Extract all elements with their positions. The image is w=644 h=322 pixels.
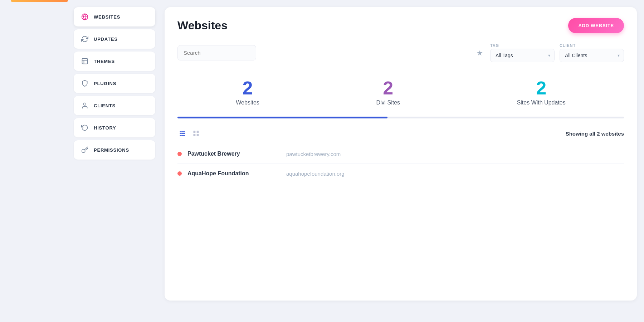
stat-websites-number: 2 xyxy=(243,79,253,97)
client-select-wrapper: All Clients xyxy=(560,49,624,62)
svg-rect-6 xyxy=(180,131,181,132)
main-content: Websites ADD WEBSITE ★ TAG All Tags CLIE… xyxy=(161,0,644,322)
svg-rect-2 xyxy=(82,59,88,64)
user-icon xyxy=(81,102,89,109)
sidebar-item-plugins-label: PLUGINS xyxy=(94,81,116,86)
sidebar-item-plugins[interactable]: PLUGINS xyxy=(74,74,155,93)
website-name: Pawtucket Brewery xyxy=(187,151,280,157)
content-card: Websites ADD WEBSITE ★ TAG All Tags CLIE… xyxy=(165,7,637,301)
tag-select-wrapper: All Tags xyxy=(490,49,555,62)
list-header: Showing all 2 websites xyxy=(177,128,624,138)
refresh-icon xyxy=(81,35,89,43)
page-title: Websites xyxy=(177,19,228,32)
sidebar-item-clients-label: CLIENTS xyxy=(94,103,116,108)
sidebar-item-clients[interactable]: CLIENTS xyxy=(74,96,155,115)
key-icon xyxy=(81,146,89,154)
sidebar-item-websites-label: WEBSITES xyxy=(94,14,120,20)
view-toggles xyxy=(177,128,201,138)
stat-websites-label: Websites xyxy=(236,99,259,106)
favorites-button[interactable]: ★ xyxy=(474,47,485,59)
status-dot xyxy=(177,152,182,156)
stat-updates-label: Sites With Updates xyxy=(517,99,566,106)
stat-divi-number: 2 xyxy=(383,79,393,97)
tag-label: TAG xyxy=(490,43,555,48)
shield-icon xyxy=(81,79,89,87)
sidebar-item-permissions[interactable]: PERMISSIONS xyxy=(74,140,155,160)
page-header: Websites ADD WEBSITE xyxy=(177,18,624,33)
website-name: AquaHope Foundation xyxy=(187,170,280,177)
layout-icon xyxy=(81,57,89,65)
svg-rect-12 xyxy=(194,131,196,133)
top-accent-bar xyxy=(11,0,68,2)
list-view-button[interactable] xyxy=(177,128,187,138)
add-website-button[interactable]: ADD WEBSITE xyxy=(568,18,624,33)
globe-icon xyxy=(81,13,89,21)
sidebar-item-updates[interactable]: UPDATES xyxy=(74,29,155,49)
website-url: aquahopefoundation.org xyxy=(286,171,345,177)
stat-updates-number: 2 xyxy=(536,79,546,97)
svg-rect-9 xyxy=(181,133,185,134)
svg-rect-8 xyxy=(180,133,181,134)
sidebar-item-themes-label: THEMES xyxy=(94,59,115,64)
stat-sites-with-updates: 2 Sites With Updates xyxy=(517,79,566,106)
progress-bar-fill xyxy=(177,117,387,118)
sidebar-item-history[interactable]: HISTORY xyxy=(74,118,155,137)
client-label: CLIENT xyxy=(560,43,624,48)
svg-rect-14 xyxy=(194,134,196,136)
table-row[interactable]: Pawtucket Brewery pawtucketbrewery.com xyxy=(177,144,624,164)
search-input[interactable] xyxy=(177,45,256,60)
stats-row: 2 Websites 2 Divi Sites 2 Sites With Upd… xyxy=(177,75,624,117)
stat-divi-sites: 2 Divi Sites xyxy=(376,79,400,106)
sidebar-item-permissions-label: PERMISSIONS xyxy=(94,147,129,153)
filter-row: ★ TAG All Tags CLIENT All Clients xyxy=(177,43,624,62)
tag-filter-group: TAG All Tags xyxy=(490,43,555,62)
sidebar-item-themes[interactable]: THEMES xyxy=(74,52,155,71)
svg-rect-13 xyxy=(197,131,199,133)
stat-divi-label: Divi Sites xyxy=(376,99,400,106)
tag-select[interactable]: All Tags xyxy=(490,49,555,62)
client-filter-group: CLIENT All Clients xyxy=(560,43,624,62)
sidebar-item-updates-label: UPDATES xyxy=(94,36,118,42)
history-icon xyxy=(81,124,89,132)
svg-rect-10 xyxy=(180,135,181,136)
status-dot xyxy=(177,171,182,176)
showing-label: Showing all 2 websites xyxy=(566,131,624,137)
svg-rect-15 xyxy=(197,134,199,136)
website-list: Pawtucket Brewery pawtucketbrewery.com A… xyxy=(177,144,624,183)
progress-bar xyxy=(177,117,624,118)
stat-websites: 2 Websites xyxy=(236,79,259,106)
sidebar: WEBSITES UPDATES THEMES PLUGINS xyxy=(68,0,161,322)
svg-rect-7 xyxy=(181,131,185,132)
table-row[interactable]: AquaHope Foundation aquahopefoundation.o… xyxy=(177,164,624,183)
sidebar-item-history-label: HISTORY xyxy=(94,125,116,131)
client-select[interactable]: All Clients xyxy=(560,49,624,62)
website-url: pawtucketbrewery.com xyxy=(286,151,341,157)
sidebar-item-websites[interactable]: WEBSITES xyxy=(74,7,155,26)
grid-view-button[interactable] xyxy=(191,128,201,138)
svg-rect-11 xyxy=(181,135,185,136)
svg-point-5 xyxy=(84,103,86,106)
